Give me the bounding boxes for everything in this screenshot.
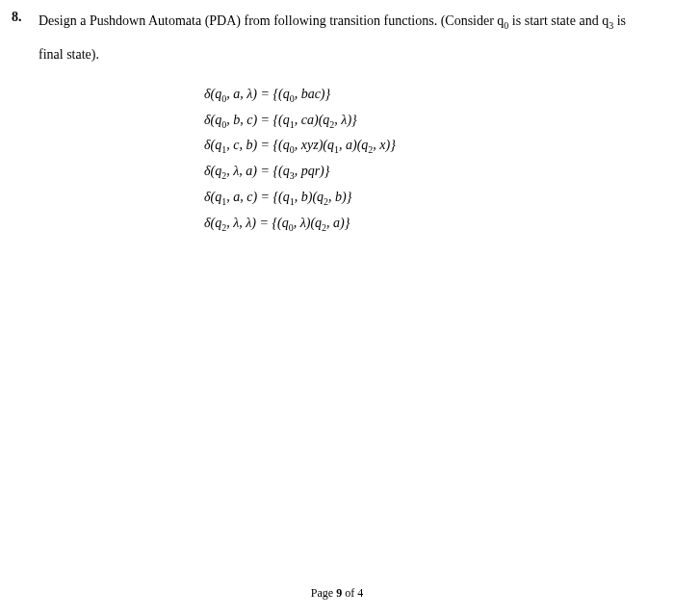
eq1-rhs-after1: , bac)} <box>295 87 330 101</box>
eq3-sym: c <box>233 138 239 152</box>
eq4-rhs-open: {(q <box>272 164 289 178</box>
equation-1: δ(q0, a, λ) = {(q0, bac)} <box>204 82 645 108</box>
eq4-state-sub: 2 <box>221 170 226 181</box>
eq4-sym: λ <box>233 164 239 178</box>
eq6-rhs-open: {(q <box>272 216 288 230</box>
equation-5: δ(q1, a, c) = {(q1, b)(q2, b)} <box>204 185 645 211</box>
eq2-rhs-after1: , ca)(q <box>295 113 330 127</box>
eq5-rhs-open: {(q <box>273 190 290 204</box>
eq3-rhs-after2: , a)(q <box>339 138 368 152</box>
eq6-state-sub: 2 <box>221 222 226 233</box>
eq1-rhs-open: {(q <box>272 87 289 101</box>
eq3-stack: b <box>246 138 252 152</box>
eq3-rhs-after1: , xyz)(q <box>295 138 334 152</box>
eq3-state-sub: 1 <box>221 144 226 155</box>
q-text-end: is <box>613 13 626 28</box>
question-line2: final state). <box>39 47 645 63</box>
question-header: 8. Design a Pushdown Automata (PDA) from… <box>12 10 645 34</box>
eq4-stack: a <box>246 164 252 178</box>
page-footer: Page 9 of 4 <box>0 586 674 601</box>
eq5-state-sub: 1 <box>221 196 226 207</box>
eq5-sym: a <box>233 190 240 204</box>
q-text-part1: Design a Pushdown Automata (PDA) from fo… <box>39 13 504 28</box>
eq6-rhs-after1: , λ)(q <box>294 216 322 230</box>
equation-6: δ(q2, λ, λ) = {(q0, λ)(q2, a)} <box>204 211 645 237</box>
eq2-rhs-after2: , λ)} <box>334 113 356 127</box>
eq3-rhs-after3: , x)} <box>373 138 395 152</box>
eq6-rhs-after2: , a)} <box>326 216 350 230</box>
eq2-state-sub: 0 <box>221 118 226 129</box>
eq5-rhs-after2: , b)} <box>328 190 351 204</box>
eq5-rhs-after1: , b)(q <box>295 190 324 204</box>
question-number: 8. <box>12 10 29 25</box>
eq1-stack: λ <box>246 87 252 101</box>
eq2-rhs-open: {(q <box>273 113 290 127</box>
equation-4: δ(q2, λ, a) = {(q3, pqr)} <box>204 159 645 185</box>
eq1-state-sub: 0 <box>221 93 226 104</box>
footer-of-label: of <box>342 586 357 600</box>
equations-block: δ(q0, a, λ) = {(q0, bac)} δ(q0, b, c) = … <box>204 82 645 237</box>
question-text: Design a Pushdown Automata (PDA) from fo… <box>39 10 645 34</box>
footer-total: 4 <box>357 586 363 600</box>
eq4-rhs-after1: , pqr)} <box>295 164 330 178</box>
equation-3: δ(q1, c, b) = {(q0, xyz)(q1, a)(q2, x)} <box>204 133 645 159</box>
eq6-sym: λ <box>233 216 239 230</box>
equation-2: δ(q0, b, c) = {(q1, ca)(q2, λ)} <box>204 108 645 134</box>
eq5-stack: c <box>246 190 252 204</box>
q-text-mid: is start state and q <box>508 13 609 28</box>
eq3-rhs-open: {(q <box>273 138 290 152</box>
eq2-stack: c <box>246 113 252 127</box>
footer-page-label: Page <box>311 586 336 600</box>
eq2-sym: b <box>233 113 240 127</box>
eq1-sym: a <box>233 87 240 101</box>
eq6-stack: λ <box>246 216 251 230</box>
